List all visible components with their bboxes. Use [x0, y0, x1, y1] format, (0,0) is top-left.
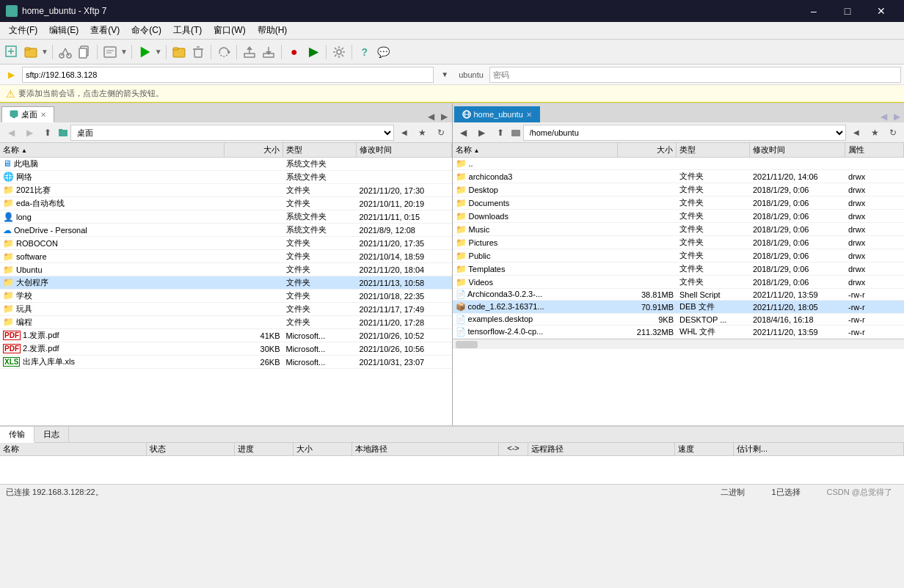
resume-button[interactable]: ▶	[305, 43, 322, 61]
maximize-button[interactable]: □	[831, 0, 864, 22]
session-address-input[interactable]	[22, 67, 434, 83]
menu-tools[interactable]: 工具(T)	[167, 23, 208, 38]
remote-hscrollbar-thumb[interactable]	[456, 341, 478, 348]
local-file-row[interactable]: XLS 出库入库单.xls 26KB Microsoft... 2021/10/…	[0, 356, 452, 369]
remote-file-row[interactable]: 📁 Desktop 文件夹 2018/1/29, 0:06 drwx	[453, 183, 905, 196]
remote-file-row[interactable]: 📁 Music 文件夹 2018/1/29, 0:06 drwx	[453, 223, 905, 236]
local-refresh-prev-button[interactable]: ◀	[396, 125, 412, 140]
remote-col-type[interactable]: 类型	[677, 143, 750, 157]
delete-button[interactable]	[189, 43, 207, 61]
local-col-type[interactable]: 类型	[283, 143, 357, 157]
transfer-col-local[interactable]: 本地路径	[352, 443, 499, 455]
remote-refresh-button[interactable]: ↻	[885, 125, 901, 140]
transfer-col-eta[interactable]: 估计剩...	[734, 443, 904, 455]
menu-edit[interactable]: 编辑(E)	[43, 23, 84, 38]
local-file-row[interactable]: 📁 编程 文件夹 2021/11/20, 17:28	[0, 316, 452, 329]
remote-col-name[interactable]: 名称 ▲	[453, 143, 619, 157]
local-file-row[interactable]: 📁 学校 文件夹 2021/10/18, 22:35	[0, 290, 452, 303]
upload-button[interactable]	[241, 43, 258, 61]
remote-file-row[interactable]: 📄 tensorflow-2.4.0-cp... 211.32MB WHL 文件…	[453, 326, 905, 339]
transfer-col-status[interactable]: 状态	[147, 443, 235, 455]
play-button[interactable]	[136, 43, 153, 61]
new-session-button[interactable]	[3, 43, 21, 61]
download-button[interactable]	[260, 43, 277, 61]
local-file-row[interactable]: 👤 long 系统文件夹 2021/11/11, 0:15	[0, 210, 452, 224]
cancel-transfer-button[interactable]: ●	[285, 43, 303, 61]
local-tab-prev[interactable]: ◀	[426, 111, 437, 122]
local-refresh-button[interactable]: ↻	[433, 125, 449, 140]
local-forward-button[interactable]: ▶	[21, 125, 37, 140]
local-path-select[interactable]: 桌面	[70, 125, 394, 141]
local-up-button[interactable]: ⬆	[40, 125, 56, 140]
local-file-row[interactable]: ☁ OneDrive - Personal 系统文件夹 2021/8/9, 12…	[0, 224, 452, 237]
remote-up-button[interactable]: ⬆	[492, 125, 508, 140]
remote-col-size[interactable]: 大小	[618, 143, 677, 157]
comment-button[interactable]: 💬	[375, 43, 393, 61]
transfer-tab-transfer[interactable]: 传输	[0, 427, 34, 443]
menu-help[interactable]: 帮助(H)	[252, 23, 294, 38]
remote-file-row[interactable]: 📁 ..	[453, 158, 905, 170]
play-dropdown[interactable]: ▼	[155, 48, 162, 56]
remote-file-row[interactable]: 📦 code_1.62.3-16371... 70.91MB DEB 文件 20…	[453, 301, 905, 314]
remote-file-row[interactable]: 📁 Public 文件夹 2018/1/29, 0:06 drwx	[453, 249, 905, 262]
help-button[interactable]: ?	[356, 43, 373, 61]
local-back-button[interactable]: ◀	[3, 125, 19, 140]
remote-tab-home[interactable]: home_ubuntu ✕	[454, 106, 540, 122]
remote-tab-next[interactable]: ▶	[891, 111, 903, 122]
local-file-row[interactable]: 🖥 此电脑 系统文件夹	[0, 158, 452, 171]
copy-button[interactable]	[76, 43, 93, 61]
remote-file-row[interactable]: 📁 archiconda3 文件夹 2021/11/20, 14:06 drwx	[453, 170, 905, 183]
local-file-row[interactable]: PDF 1.发票.pdf 41KB Microsoft... 2021/10/2…	[0, 329, 452, 342]
close-button[interactable]: ✕	[864, 0, 898, 22]
transfer-col-name[interactable]: 名称	[0, 443, 147, 455]
remote-file-row[interactable]: 📁 Videos 文件夹 2018/1/29, 0:06 drwx	[453, 276, 905, 289]
transfer-col-size[interactable]: 大小	[294, 443, 352, 455]
password-input[interactable]	[489, 67, 901, 83]
remote-col-modified[interactable]: 修改时间	[750, 143, 845, 157]
local-file-row[interactable]: 📁 2021比赛 文件夹 2021/11/20, 17:30	[0, 184, 452, 197]
local-file-row[interactable]: 📁 eda-自动布线 文件夹 2021/10/11, 20:19	[0, 197, 452, 210]
transfer-col-speed[interactable]: 速度	[675, 443, 734, 455]
remote-tab-prev[interactable]: ◀	[878, 111, 889, 122]
local-col-modified[interactable]: 修改时间	[357, 143, 452, 157]
remote-file-row[interactable]: 📄 Archiconda3-0.2.3-... 38.81MB Shell Sc…	[453, 289, 905, 301]
remote-file-row[interactable]: 📁 Documents 文件夹 2018/1/29, 0:06 drwx	[453, 196, 905, 210]
local-col-size[interactable]: 大小	[225, 143, 283, 157]
session-dropdown-button[interactable]: ▼	[437, 67, 453, 82]
local-col-name[interactable]: 名称 ▲	[0, 143, 225, 157]
menu-view[interactable]: 查看(V)	[84, 23, 125, 38]
local-file-row[interactable]: 📁 大创程序 文件夹 2021/11/13, 10:58	[0, 276, 452, 290]
local-file-row[interactable]: 📁 Ubuntu 文件夹 2021/11/20, 18:04	[0, 263, 452, 276]
remote-forward-button[interactable]: ▶	[474, 125, 490, 140]
remote-bookmark-button[interactable]: ★	[867, 125, 883, 140]
local-bookmark-button[interactable]: ★	[415, 125, 431, 140]
remote-file-row[interactable]: 📁 Downloads 文件夹 2018/1/29, 0:06 drwx	[453, 210, 905, 223]
cut-button[interactable]	[56, 43, 74, 61]
settings-button[interactable]	[330, 43, 348, 61]
minimize-button[interactable]: –	[797, 0, 831, 22]
remote-back-button[interactable]: ◀	[456, 125, 472, 140]
folder-new-button[interactable]	[170, 43, 188, 61]
local-file-row[interactable]: PDF 2.发票.pdf 30KB Microsoft... 2021/10/2…	[0, 342, 452, 356]
transfer-tab-log[interactable]: 日志	[34, 427, 69, 442]
local-tab-desktop[interactable]: 桌面 ✕	[1, 106, 54, 122]
menu-command[interactable]: 命令(C)	[125, 23, 167, 38]
local-file-row[interactable]: 📁 software 文件夹 2021/10/14, 18:59	[0, 250, 452, 263]
remote-tab-close[interactable]: ✕	[526, 111, 532, 119]
local-tab-close[interactable]: ✕	[40, 111, 46, 119]
transfer-col-progress[interactable]: 进度	[235, 443, 294, 455]
menu-window[interactable]: 窗口(W)	[208, 23, 251, 38]
properties-button[interactable]	[101, 43, 119, 61]
remote-col-attr[interactable]: 属性	[845, 143, 904, 157]
session-arrow-button[interactable]: ▶	[3, 67, 19, 82]
open-dropdown[interactable]: ▼	[41, 48, 48, 56]
menu-file[interactable]: 文件(F)	[3, 23, 43, 38]
transfer-col-remote[interactable]: 远程路径	[528, 443, 675, 455]
local-file-row[interactable]: 📁 玩具 文件夹 2021/11/17, 17:49	[0, 303, 452, 316]
local-file-row[interactable]: 🌐 网络 系统文件夹	[0, 171, 452, 184]
local-file-row[interactable]: 📁 ROBOCON 文件夹 2021/11/20, 17:35	[0, 237, 452, 250]
remote-path-select[interactable]: /home/ubuntu	[523, 125, 847, 141]
remote-prev-path-button[interactable]: ◀	[848, 125, 864, 140]
properties-dropdown[interactable]: ▼	[120, 48, 128, 56]
local-tab-next[interactable]: ▶	[439, 111, 451, 122]
